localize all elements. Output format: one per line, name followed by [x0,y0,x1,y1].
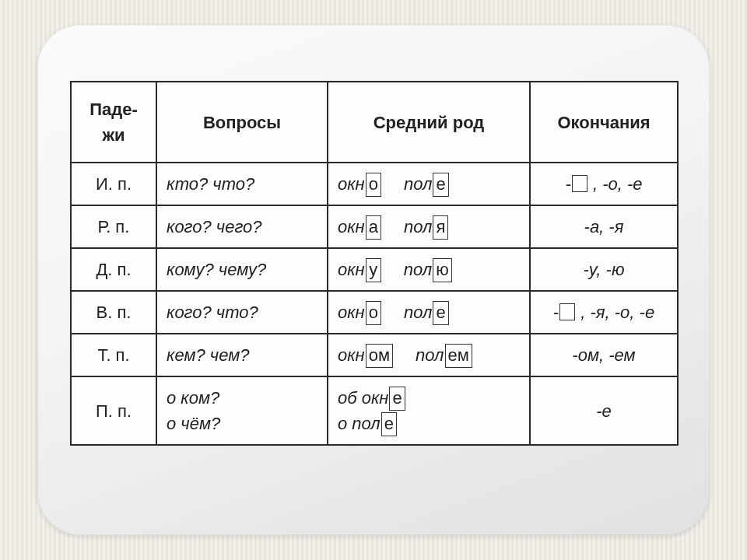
case-cell: Д. п. [71,248,156,291]
header-cases: Паде- жи [71,82,156,163]
question-cell: о ком?о чём? [156,376,328,445]
table-row: И. п.кто? что?окнополе- , -о, -е [71,163,678,205]
endings-cell: - , -я, -о, -е [530,291,678,334]
endings-cell: - , -о, -е [530,163,678,205]
table-row: В. п.кого? что?окнополе- , -я, -о, -е [71,291,678,334]
question-cell: кого? что? [156,291,328,334]
examples-cell: окнополе [328,163,530,205]
ending-highlight: у [366,258,381,282]
case-cell: Т. п. [71,334,156,376]
endings-cell: -ом, -ем [530,334,678,376]
empty-ending-box [572,175,587,192]
presentation-card: Паде- жи Вопросы Средний род Окончания И… [37,25,710,535]
case-cell: В. п. [71,291,156,334]
header-questions: Вопросы [156,82,328,163]
header-row: Паде- жи Вопросы Средний род Окончания [71,82,678,163]
table-row: Т. п.кем? чем?окномполем-ом, -ем [71,334,678,376]
ending-highlight: е [433,173,448,197]
table-sheet: Паде- жи Вопросы Средний род Окончания И… [70,81,677,446]
ending-highlight: о [366,301,381,325]
ending-highlight: е [433,301,448,325]
question-cell: кого? чего? [156,205,328,248]
endings-cell: -а, -я [530,205,678,248]
endings-cell: -е [530,376,678,445]
header-endings: Окончания [530,82,678,163]
question-cell: кем? чем? [156,334,328,376]
question-cell: кто? что? [156,163,328,205]
examples-cell: окнополе [328,291,530,334]
ending-highlight: е [381,412,397,436]
empty-ending-box [559,303,575,320]
ending-highlight: ем [445,344,472,368]
ending-highlight: я [433,215,448,240]
case-cell: П. п. [71,376,156,445]
examples-cell: об окнео поле [328,376,530,445]
ending-highlight: ом [366,344,393,368]
examples-cell: окнуполю [328,248,530,291]
table-row: Р. п.кого? чего?окнаполя-а, -я [71,205,678,248]
cases-table: Паде- жи Вопросы Средний род Окончания И… [70,81,679,446]
examples-cell: окнаполя [328,205,530,248]
table-row: П. п.о ком?о чём?об окнео поле-е [71,376,678,445]
ending-highlight: е [389,387,405,411]
ending-highlight: о [366,173,381,197]
endings-cell: -у, -ю [530,248,678,291]
table-row: Д. п.кому? чему?окнуполю-у, -ю [71,248,678,291]
ending-highlight: ю [433,258,452,282]
ending-highlight: а [366,215,381,240]
examples-cell: окномполем [328,334,530,376]
case-cell: Р. п. [71,205,156,248]
header-neuter: Средний род [328,82,530,163]
case-cell: И. п. [71,163,156,205]
question-cell: кому? чему? [156,248,328,291]
